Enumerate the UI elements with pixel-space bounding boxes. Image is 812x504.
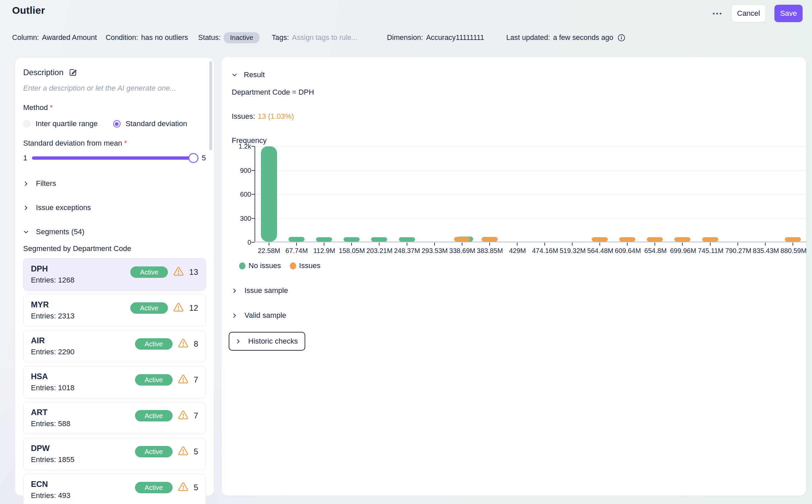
bar-slot-203.21M (365, 146, 393, 242)
legend-dot (239, 262, 245, 269)
segment-status: Active7 (135, 410, 198, 421)
warning-triangle-icon (178, 374, 188, 384)
x-axis-tick (407, 243, 407, 246)
x-tick-label: 699.96M (669, 247, 697, 255)
segment-info: AIREntries: 2290 (31, 336, 75, 357)
issues-value: 13 (1.03%) (258, 112, 294, 120)
method-radio-group: Inter quartile rangeStandard deviation (23, 119, 206, 128)
info-icon[interactable] (618, 34, 625, 42)
segment-card-dph[interactable]: DPHEntries: 1268Active13 (23, 258, 206, 291)
status-badge: Inactive (224, 32, 260, 43)
bar-issues (702, 237, 718, 242)
bar-issues (647, 237, 663, 242)
sidebar-section-segments-[interactable]: Segments (54) (23, 228, 206, 236)
segment-name: AIR (31, 336, 75, 345)
save-button[interactable]: Save (774, 5, 803, 22)
page-title: Outlier (12, 5, 803, 16)
bar-slot-112.9M (310, 146, 338, 242)
method-radio-0[interactable]: Inter quartile range (23, 119, 98, 128)
segment-card-hsa[interactable]: HSAEntries: 1018Active7 (23, 366, 206, 398)
warning-triangle-icon (173, 267, 184, 276)
bar-slot-474.16M (531, 146, 558, 242)
segment-card-dpw[interactable]: DPWEntries: 1855Active5 (23, 438, 206, 470)
section-label: Segments (54) (36, 228, 84, 236)
segment-list: DPHEntries: 1268Active13MYREntries: 2313… (23, 258, 206, 504)
warning-triangle-icon (178, 339, 188, 348)
bar-slot-22.58M (255, 146, 283, 242)
issue-count: 13 (189, 267, 198, 277)
bar-slot-519.32M (558, 146, 586, 242)
more-menu-button[interactable] (712, 9, 723, 18)
segment-card-art[interactable]: ARTEntries: 588Active7 (23, 402, 206, 434)
radio-selected[interactable] (113, 120, 121, 128)
bar-slot-564.48M (586, 146, 614, 242)
chevron-right-icon (23, 205, 29, 211)
x-tick-label: 67.74M (283, 247, 310, 255)
x-axis-tick (517, 243, 517, 246)
x-axis-tick (627, 243, 628, 246)
chevron-right-icon (232, 288, 237, 294)
segment-card-ecn[interactable]: ECNEntries: 493Active5 (23, 474, 206, 504)
tags-input[interactable]: Assign tags to rule... (292, 34, 357, 42)
cancel-button[interactable]: Cancel (731, 5, 766, 22)
radio-unselected[interactable] (23, 120, 31, 128)
bar-slot-67.74M (283, 146, 310, 242)
bar-no-issues (288, 237, 305, 242)
issue-count: 8 (194, 339, 198, 349)
x-axis-tick (765, 243, 766, 246)
legend-dot (290, 262, 296, 269)
segment-entries: Entries: 1018 (31, 384, 75, 392)
section-historic-checks[interactable]: Historic checks (229, 332, 305, 351)
x-axis-tick (351, 243, 352, 246)
required-marker: * (50, 103, 53, 112)
bar-no-issues (316, 237, 332, 242)
segment-card-myr[interactable]: MYREntries: 2313Active12 (23, 294, 206, 326)
x-tick-label: 474.16M (531, 247, 559, 255)
segment-entries: Entries: 1855 (31, 455, 75, 464)
slider-track[interactable] (32, 156, 197, 160)
meta-last-updated: Last updated: a few seconds ago (506, 34, 626, 42)
segment-card-air[interactable]: AIREntries: 2290Active8 (23, 330, 206, 362)
segment-name: DPH (31, 264, 75, 273)
x-tick-label: 745.11M (697, 247, 724, 255)
rule-config-panel: Description Enter a description or let t… (15, 58, 214, 496)
meta-tags: Tags: Assign tags to rule... (272, 34, 357, 42)
sidebar-section-filters[interactable]: Filters (23, 179, 206, 188)
meta-column: Column: Awarded Amount (12, 34, 97, 42)
status-badge: Active (130, 266, 168, 278)
segment-entries: Entries: 2313 (31, 312, 75, 320)
bar-slot-745.11M (696, 146, 724, 242)
slider-thumb[interactable] (188, 153, 198, 163)
segment-info: MYREntries: 2313 (31, 300, 75, 321)
last-updated-value: a few seconds ago (553, 34, 613, 42)
section-result[interactable]: Result (232, 70, 796, 79)
bar-slot-293.53M (421, 146, 448, 242)
radio-label: Inter quartile range (36, 119, 98, 128)
section-label: Filters (36, 179, 56, 188)
section-label: Issue sample (244, 286, 288, 295)
description-input[interactable]: Enter a description or let the AI genera… (23, 84, 206, 93)
meta-condition: Condition: has no outliers (105, 34, 188, 42)
sidebar-section-issue-exceptions[interactable]: Issue exceptions (23, 203, 206, 212)
header-actions: Cancel Save (712, 5, 803, 22)
status-badge: Active (135, 410, 173, 421)
warning-triangle-icon (178, 410, 188, 420)
bar-issues (592, 237, 608, 242)
bar-issues (785, 237, 801, 242)
x-axis-tick (462, 243, 462, 246)
x-axis-tick (434, 243, 435, 246)
x-tick-label: 790.27M (724, 247, 752, 255)
section-issue-sample[interactable]: Issue sample (232, 286, 796, 295)
warning-triangle-icon (178, 482, 188, 492)
section-valid-sample[interactable]: Valid sample (232, 311, 796, 320)
segment-status: Active8 (135, 338, 198, 350)
x-tick-label: 880.59M (780, 247, 807, 255)
segment-status: Active12 (130, 302, 198, 314)
segment-entries: Entries: 493 (31, 491, 70, 500)
edit-icon[interactable] (69, 68, 77, 77)
method-radio-1[interactable]: Standard deviation (113, 119, 187, 128)
warning-triangle-icon (173, 303, 184, 312)
chevron-right-icon (232, 313, 237, 318)
left-panel-scrollbar[interactable] (209, 61, 212, 150)
segment-status: Active5 (135, 482, 198, 493)
